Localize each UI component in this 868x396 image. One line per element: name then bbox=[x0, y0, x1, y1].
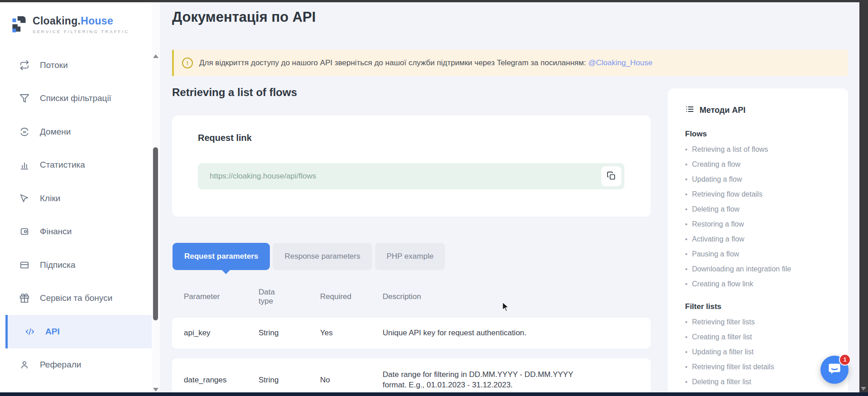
cell-description: Unique API key for request authenticatio… bbox=[383, 328, 582, 338]
page-title: Документація по API bbox=[172, 9, 316, 25]
sidebar-item-domains[interactable]: w Домени bbox=[0, 115, 152, 149]
col-required: Required bbox=[320, 292, 383, 301]
sidebar-item-filter-lists[interactable]: Списки фільтрації bbox=[0, 82, 152, 116]
bullet-icon: • bbox=[685, 145, 687, 154]
sidebar-item-label: Підписка bbox=[40, 260, 76, 270]
group-heading-flows: Flows bbox=[685, 130, 839, 139]
sidebar-item-finance[interactable]: Фінанси bbox=[0, 215, 152, 249]
api-access-notice: ! Для відкриття доступу до нашого API зв… bbox=[172, 50, 848, 76]
bullet-icon: • bbox=[685, 175, 687, 184]
brand-tagline: SERVICE FILTERING TRAFFIC bbox=[33, 29, 129, 34]
cell-parameter: date_ranges bbox=[184, 376, 259, 385]
window-top-edge bbox=[0, 0, 868, 2]
table-row: api_key String Yes Unique API key for re… bbox=[172, 318, 651, 348]
cell-data-type: String bbox=[259, 376, 304, 385]
api-methods-header: Методи API bbox=[685, 105, 839, 116]
sidebar-item-label: Реферали bbox=[40, 360, 81, 370]
app-window: Cloaking.House SERVICE FILTERING TRAFFIC… bbox=[0, 0, 868, 396]
method-link[interactable]: •Retrieving a list of flows bbox=[685, 145, 839, 154]
bullet-icon: • bbox=[685, 190, 687, 199]
cell-required: No bbox=[320, 376, 383, 385]
scroll-up-arrow-icon[interactable] bbox=[153, 54, 158, 58]
bullet-icon: • bbox=[685, 235, 687, 244]
mouse-cursor bbox=[502, 302, 512, 314]
bullet-icon: • bbox=[685, 205, 687, 214]
domains-icon: w bbox=[19, 126, 30, 137]
sidebar-item-label: Статистика bbox=[40, 160, 85, 170]
code-icon bbox=[24, 326, 35, 337]
method-link[interactable]: •Creating a filter list bbox=[685, 333, 839, 342]
col-description: Description bbox=[383, 292, 582, 302]
parameter-tabs: Request parameters Response parameters P… bbox=[173, 243, 445, 270]
sidebar-item-api[interactable]: API bbox=[5, 315, 152, 348]
sidebar-item-label: Фінанси bbox=[40, 227, 72, 237]
sidebar-item-statistics[interactable]: Статистика bbox=[0, 149, 152, 182]
method-link[interactable]: •Deleting a flow bbox=[685, 205, 839, 214]
method-link[interactable]: •Retrieving filter list details bbox=[685, 362, 839, 372]
bullet-icon: • bbox=[685, 280, 687, 289]
support-chat-button[interactable]: 1 bbox=[820, 356, 849, 384]
page-scrollbar[interactable] bbox=[859, 0, 868, 396]
wallet-icon bbox=[19, 226, 30, 237]
section-title: Retrieving a list of flows bbox=[172, 86, 297, 99]
method-link[interactable]: •Pausing a flow bbox=[685, 250, 839, 259]
cursor-click-icon bbox=[19, 193, 30, 204]
sidebar-scrollbar[interactable] bbox=[152, 2, 160, 392]
logo-icon bbox=[11, 14, 27, 35]
sidebar-item-subscription[interactable]: Підписка bbox=[0, 248, 152, 282]
sidebar-item-clicks[interactable]: Кліки bbox=[0, 182, 152, 215]
method-link[interactable]: •Downloading an integration file bbox=[685, 265, 839, 274]
sidebar-scrollbar-thumb[interactable] bbox=[153, 147, 158, 320]
copy-button[interactable] bbox=[601, 166, 621, 186]
window-bottom-edge bbox=[0, 392, 868, 396]
tab-php-example[interactable]: PHP example bbox=[375, 243, 446, 270]
telegram-link[interactable]: @Cloaking_House bbox=[588, 58, 652, 67]
request-url-field[interactable]: https://cloaking.house/api/flows bbox=[198, 163, 624, 189]
credit-card-icon bbox=[19, 260, 30, 270]
chat-bubble-icon bbox=[827, 362, 842, 378]
chat-unread-badge: 1 bbox=[839, 354, 851, 366]
group-heading-filter-lists: Filter lists bbox=[685, 302, 839, 311]
request-url-value: https://cloaking.house/api/flows bbox=[210, 163, 316, 189]
table-header-row: Parameter Data type Required Description bbox=[172, 283, 651, 310]
tab-request-parameters[interactable]: Request parameters bbox=[173, 243, 270, 270]
svg-text:w: w bbox=[22, 130, 26, 134]
tab-response-parameters[interactable]: Response parameters bbox=[273, 243, 372, 270]
logo[interactable]: Cloaking.House SERVICE FILTERING TRAFFIC bbox=[0, 2, 152, 35]
method-link[interactable]: •Restoring a flow bbox=[685, 220, 839, 229]
info-icon: ! bbox=[182, 58, 193, 68]
col-data-type: Data type bbox=[259, 288, 286, 306]
notice-text: Для відкриття доступу до нашого API звер… bbox=[199, 58, 588, 67]
method-link[interactable]: •Activating a flow bbox=[685, 235, 839, 244]
bullet-icon: • bbox=[685, 333, 687, 342]
bullet-icon: • bbox=[685, 160, 687, 169]
method-link[interactable]: •Deleting a filter list bbox=[685, 377, 839, 386]
method-link[interactable]: •Retrieving filter lists bbox=[685, 318, 839, 327]
bullet-icon: • bbox=[685, 265, 687, 274]
sidebar: Cloaking.House SERVICE FILTERING TRAFFIC… bbox=[0, 2, 152, 392]
sidebar-item-referrals[interactable]: Реферали bbox=[0, 348, 152, 382]
bullet-icon: • bbox=[685, 348, 687, 357]
sidebar-item-services-bonuses[interactable]: Сервіси та бонуси bbox=[0, 282, 152, 315]
method-link[interactable]: •Creating a flow bbox=[685, 160, 839, 169]
method-link[interactable]: •Creating a flow link bbox=[685, 280, 839, 289]
method-link[interactable]: •Retrieving flow details bbox=[685, 190, 839, 199]
method-link[interactable]: •Updating a flow bbox=[685, 175, 839, 184]
api-methods-panel: Методи API Flows •Retrieving a list of f… bbox=[668, 88, 848, 396]
bullet-icon: • bbox=[685, 362, 687, 372]
scroll-down-arrow-icon[interactable] bbox=[861, 387, 866, 391]
cell-required: Yes bbox=[320, 328, 383, 338]
gift-icon bbox=[19, 293, 30, 304]
sidebar-item-flows[interactable]: Потоки bbox=[0, 48, 152, 82]
bullet-icon: • bbox=[685, 220, 687, 229]
sidebar-item-label: Списки фільтрації bbox=[40, 93, 111, 103]
scroll-down-arrow-icon[interactable] bbox=[153, 388, 158, 391]
method-link[interactable]: •Updating a filter list bbox=[685, 348, 839, 357]
col-parameter: Parameter bbox=[184, 292, 259, 301]
bullet-icon: • bbox=[685, 377, 687, 386]
bullet-icon: • bbox=[685, 318, 687, 327]
stats-icon bbox=[19, 159, 30, 170]
copy-icon bbox=[607, 171, 616, 182]
filter-icon bbox=[19, 93, 30, 104]
sidebar-item-label: Домени bbox=[40, 127, 71, 137]
